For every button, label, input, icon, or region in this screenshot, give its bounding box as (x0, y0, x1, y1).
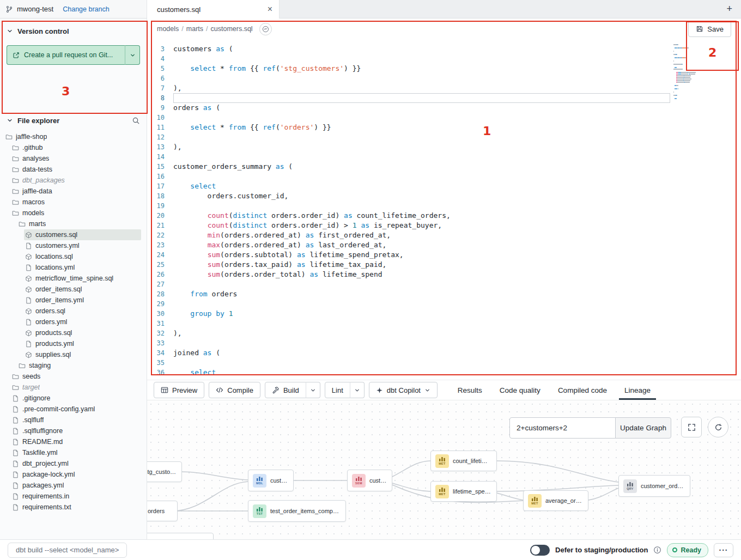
code-line-34[interactable]: 34joined as ( (147, 348, 741, 358)
tree-item-.sqlfluff[interactable]: .sqlfluff (11, 415, 141, 425)
tree-item-order-items.sql[interactable]: order_items.sql (24, 284, 141, 295)
code-line-24[interactable]: 24 sum(orders.subtotal) as lifetime_spen… (147, 250, 741, 260)
new-tab-button[interactable]: + (724, 3, 734, 15)
tree-item-supplies.sql[interactable]: supplies.sql (24, 349, 141, 360)
code-line-30[interactable]: 30 group by 1 (147, 309, 741, 319)
tree-item-customers.sql[interactable]: customers.sql (24, 229, 141, 240)
version-control-header[interactable]: Version control (0, 26, 147, 36)
change-branch-link[interactable]: Change branch (63, 5, 109, 13)
code-line-15[interactable]: 15customer_orders_summary as ( (147, 162, 741, 172)
code-line-4[interactable]: 4 (147, 54, 741, 64)
build-dropdown-button[interactable] (306, 382, 320, 398)
build-button[interactable]: Build (265, 382, 306, 398)
tree-item-requirements.in[interactable]: requirements.in (11, 491, 141, 502)
code-line-27[interactable]: 27 (147, 279, 741, 289)
compile-button[interactable]: Compile (209, 382, 260, 398)
lineage-node-stg_customers[interactable]: MDLstg_customers (147, 461, 182, 482)
code-line-17[interactable]: 17 select (147, 181, 741, 191)
code-line-35[interactable]: 35 (147, 358, 741, 368)
tree-item-products.yml[interactable]: products.yml (24, 338, 141, 349)
column-lineage-icon[interactable] (259, 23, 272, 35)
lineage-node-clipped[interactable] (147, 533, 214, 539)
tree-item-locations.sql[interactable]: locations.sql (24, 251, 141, 262)
tree-item-metricflow-time-spine.sql[interactable]: metricflow_time_spine.sql (24, 273, 141, 284)
code-line-11[interactable]: 11 select * from {{ ref('orders') }} (147, 123, 741, 132)
tree-item-analyses[interactable]: analyses (11, 153, 141, 164)
tree-item-dbt-packages[interactable]: dbt_packages (11, 175, 141, 186)
tree-item-readme.md[interactable]: README.md (11, 436, 141, 447)
tab-customers-sql[interactable]: customers.sql × (147, 0, 280, 19)
code-line-14[interactable]: 14 (147, 152, 741, 162)
code-line-36[interactable]: 36 select (147, 368, 741, 378)
code-line-31[interactable]: 31 (147, 319, 741, 328)
create-pr-dropdown-button[interactable] (125, 45, 140, 65)
code-line-33[interactable]: 33 (147, 338, 741, 348)
tree-item-locations.yml[interactable]: locations.yml (24, 262, 141, 273)
code-line-32[interactable]: 32), (147, 328, 741, 338)
tree-item-seeds[interactable]: seeds (11, 371, 141, 382)
breadcrumb-customers.sql[interactable]: customers.sql (211, 25, 253, 33)
tree-item-jaffle-data[interactable]: jaffle-data (11, 186, 141, 197)
lineage-node-test_order_items_compute_to_bools-[interactable]: TSTtest_order_items_compute_to_bools... (248, 500, 346, 522)
code-line-21[interactable]: 21 count(distinct orders.order_id) > 1 a… (147, 221, 741, 230)
tree-item-jaffle-shop[interactable]: jaffle-shop (4, 131, 141, 142)
tree-item-dbt-project.yml[interactable]: dbt_project.yml (11, 458, 141, 469)
lineage-selector-input[interactable] (509, 417, 616, 439)
lineage-node-lifetime_spend_pretax[interactable]: METlifetime_spend_pretax (430, 481, 497, 502)
result-tab-results[interactable]: Results (449, 380, 491, 400)
lineage-node-orders[interactable]: MDLorders (147, 501, 178, 521)
tree-item-taskfile.yml[interactable]: Taskfile.yml (11, 447, 141, 458)
result-tab-compiled-code[interactable]: Compiled code (549, 380, 616, 400)
tree-item-.gitignore[interactable]: .gitignore (11, 393, 141, 404)
tree-item-target[interactable]: target (11, 382, 141, 393)
refresh-button[interactable] (708, 417, 728, 437)
lint-button[interactable]: Lint (325, 382, 350, 398)
tree-item-orders.sql[interactable]: orders.sql (24, 306, 141, 316)
tree-item-staging[interactable]: staging (17, 360, 141, 371)
code-line-8[interactable]: 8 (147, 93, 741, 103)
defer-toggle[interactable] (530, 545, 550, 556)
code-line-29[interactable]: 29 (147, 299, 741, 309)
update-graph-button[interactable]: Update Graph (615, 417, 671, 439)
code-line-9[interactable]: 9orders as ( (147, 103, 741, 113)
code-line-7[interactable]: 7), (147, 83, 741, 93)
breadcrumb-marts[interactable]: marts (186, 25, 203, 33)
code-line-3[interactable]: 3customers as ( (147, 44, 741, 54)
code-line-10[interactable]: 10 (147, 113, 741, 123)
code-line-12[interactable]: 12 (147, 132, 741, 142)
lineage-node-customers[interactable]: MDLcustomers (248, 470, 294, 491)
search-icon[interactable] (132, 117, 140, 125)
code-line-26[interactable]: 26 sum(orders.order_total) as lifetime_s… (147, 270, 741, 279)
file-explorer-header[interactable]: File explorer (0, 115, 147, 126)
lineage-node-customers[interactable]: SEMcustomers (347, 470, 392, 491)
minimap[interactable] (673, 44, 718, 100)
tree-item-order-items.yml[interactable]: order_items.yml (24, 295, 141, 306)
code-line-16[interactable]: 16 (147, 172, 741, 181)
lineage-panel[interactable]: Update Graph MDLstg_customersMDLordersMD… (147, 400, 741, 539)
code-line-13[interactable]: 13), (147, 142, 741, 152)
fullscreen-button[interactable] (681, 417, 702, 437)
tree-item-marts[interactable]: marts (17, 218, 141, 229)
code-line-5[interactable]: 5 select * from {{ ref('stg_customers') … (147, 64, 741, 74)
overflow-menu-button[interactable]: ··· (714, 543, 733, 557)
lineage-node-customer_order_metrics[interactable]: QRYcustomer_order_metrics (618, 475, 690, 497)
tree-item-macros[interactable]: macros (11, 197, 141, 208)
save-button[interactable]: Save (688, 21, 731, 37)
tree-item-requirements.txt[interactable]: requirements.txt (11, 502, 141, 513)
tree-item-customers.yml[interactable]: customers.yml (24, 240, 141, 251)
tree-item-package-lock.yml[interactable]: package-lock.yml (11, 469, 141, 480)
tree-item-orders.yml[interactable]: orders.yml (24, 316, 141, 327)
tree-item-data-tests[interactable]: data-tests (11, 164, 141, 175)
code-editor[interactable]: 3customers as (45 select * from {{ ref('… (147, 40, 741, 380)
result-tab-code-quality[interactable]: Code quality (491, 380, 549, 400)
tree-item-products.sql[interactable]: products.sql (24, 327, 141, 338)
tree-item-.pre-commit-config.yaml[interactable]: .pre-commit-config.yaml (11, 404, 141, 415)
code-line-23[interactable]: 23 max(orders.ordered_at) as last_ordere… (147, 240, 741, 250)
build-command-box[interactable]: dbt build --select <model_name> (8, 543, 127, 558)
lineage-node-count_lifetime_orders[interactable]: METcount_lifetime_orders (430, 451, 497, 471)
code-line-6[interactable]: 6 (147, 74, 741, 83)
tree-item-packages.yml[interactable]: packages.yml (11, 480, 141, 491)
create-pr-button[interactable]: Create a pull request on Git... (7, 45, 125, 65)
tree-item-.github[interactable]: .github (11, 142, 141, 153)
code-line-22[interactable]: 22 min(orders.ordered_at) as first_order… (147, 230, 741, 240)
